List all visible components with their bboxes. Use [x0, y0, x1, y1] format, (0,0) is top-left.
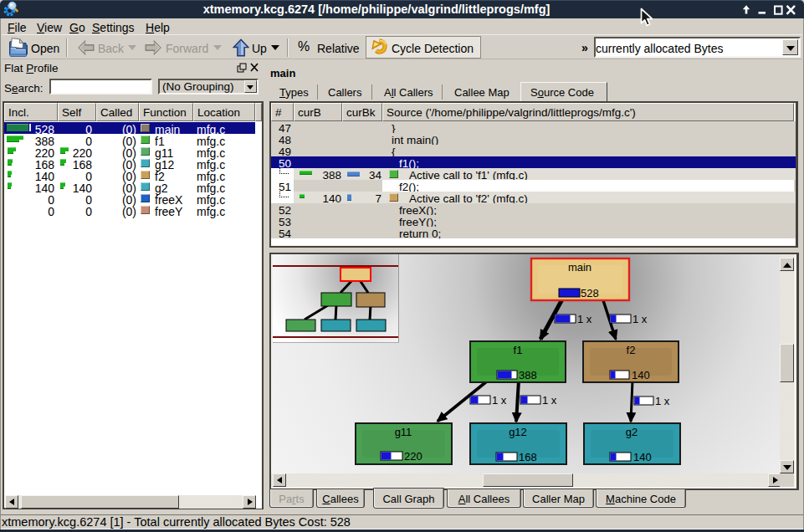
- svg-text:1 x: 1 x: [542, 394, 557, 407]
- svg-text:1 x: 1 x: [492, 394, 507, 407]
- svg-text:g11: g11: [395, 426, 412, 438]
- svg-text:388: 388: [519, 369, 537, 381]
- svg-text:g2: g2: [626, 426, 638, 438]
- svg-text:1 x: 1 x: [655, 395, 670, 407]
- svg-text:f2: f2: [627, 344, 636, 356]
- svg-text:220: 220: [404, 450, 422, 463]
- svg-text:main: main: [568, 261, 591, 274]
- svg-text:528: 528: [581, 287, 599, 299]
- svg-text:f1: f1: [514, 344, 523, 356]
- svg-text:140: 140: [632, 369, 650, 381]
- svg-text:140: 140: [633, 451, 652, 463]
- svg-text:1 x: 1 x: [577, 313, 592, 325]
- svg-text:g12: g12: [509, 426, 527, 438]
- svg-text:1 x: 1 x: [632, 313, 648, 325]
- svg-text:168: 168: [519, 451, 537, 463]
